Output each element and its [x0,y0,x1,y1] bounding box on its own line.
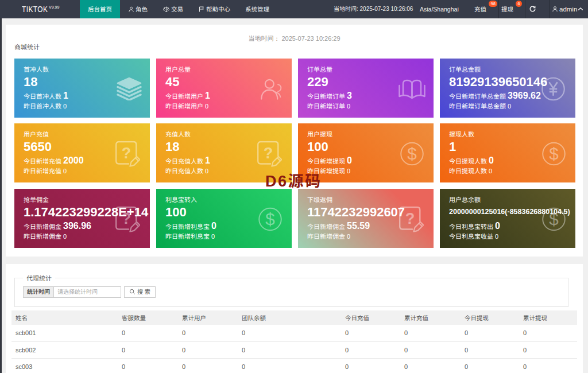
svg-text:?: ? [405,210,415,227]
svg-text:?: ? [264,145,273,162]
svg-text:$: $ [549,209,558,228]
svg-text:$: $ [549,144,558,163]
svg-text:?: ? [122,145,131,162]
svg-text:$: $ [407,144,416,163]
svg-text:$: $ [265,209,274,228]
svg-text:?: ? [122,210,131,227]
